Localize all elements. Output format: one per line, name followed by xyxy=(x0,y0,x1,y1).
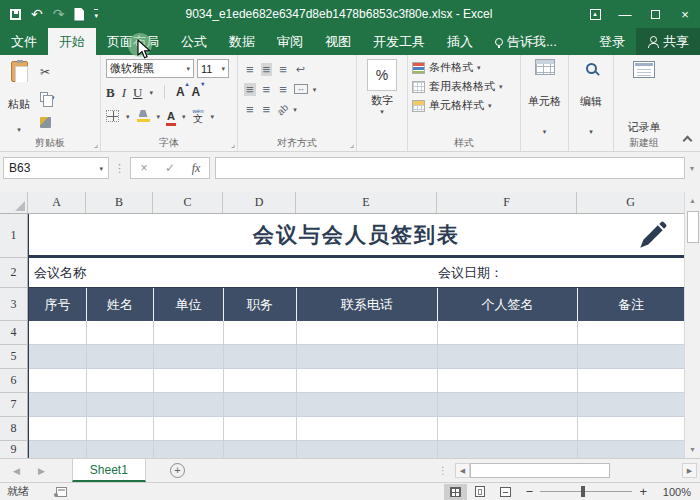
header-cell-unit[interactable]: 单位 xyxy=(154,288,224,321)
zoom-in-button[interactable]: + xyxy=(632,485,654,498)
column-header-f[interactable]: F xyxy=(437,192,577,213)
select-all-button[interactable] xyxy=(0,192,28,213)
table-cell[interactable] xyxy=(87,321,154,344)
minimize-button[interactable]: — xyxy=(610,0,640,28)
insert-function-button[interactable]: fx xyxy=(183,161,209,176)
column-header-a[interactable]: A xyxy=(28,192,86,213)
zoom-slider[interactable] xyxy=(540,491,632,492)
dialog-launcher-icon[interactable]: ⌟ xyxy=(94,140,98,149)
shrink-font-button[interactable]: A▾ xyxy=(192,85,201,99)
tab-insert[interactable]: 插入 xyxy=(436,28,484,55)
hscroll-right-button[interactable]: ▶ xyxy=(682,463,697,478)
table-cell[interactable] xyxy=(87,345,154,368)
scroll-down-button[interactable]: ▼ xyxy=(685,441,700,458)
paste-button[interactable]: 粘贴 ▾ xyxy=(6,59,32,135)
wrap-text-button[interactable]: ↩ xyxy=(294,64,307,75)
borders-icon[interactable] xyxy=(106,110,119,122)
table-cell[interactable] xyxy=(297,369,438,392)
row-header-3[interactable]: 3 xyxy=(0,288,28,321)
tab-data[interactable]: 数据 xyxy=(218,28,266,55)
tab-formulas[interactable]: 公式 xyxy=(170,28,218,55)
sign-in-button[interactable]: 登录 xyxy=(588,28,636,55)
vertical-scrollbar[interactable]: ▲ ▼ xyxy=(684,192,700,458)
row-header-1[interactable]: 1 xyxy=(0,214,28,258)
table-cell[interactable] xyxy=(154,369,224,392)
merge-center-button[interactable]: ↔ xyxy=(294,84,308,94)
table-cell[interactable] xyxy=(29,345,87,368)
table-cell[interactable] xyxy=(438,345,578,368)
table-cell[interactable] xyxy=(87,441,154,458)
table-cell[interactable] xyxy=(29,369,87,392)
maximize-button[interactable] xyxy=(640,0,670,28)
conditional-formatting-button[interactable]: 条件格式▾ xyxy=(412,58,516,77)
table-cell[interactable] xyxy=(29,417,87,440)
table-cell[interactable] xyxy=(87,393,154,416)
format-painter-button[interactable] xyxy=(40,117,55,128)
header-cell-no[interactable]: 序号 xyxy=(29,288,87,321)
table-cell[interactable] xyxy=(438,321,578,344)
table-cell[interactable] xyxy=(297,393,438,416)
table-cell[interactable] xyxy=(297,441,438,458)
cells-button[interactable]: 单元格 ▾ xyxy=(521,55,568,151)
tab-home[interactable]: 开始 xyxy=(48,28,96,55)
table-cell[interactable] xyxy=(578,417,684,440)
chevron-down-icon[interactable]: ▾ xyxy=(182,113,186,120)
table-cell[interactable] xyxy=(224,417,297,440)
table-cell[interactable] xyxy=(578,441,684,458)
dialog-launcher-icon[interactable]: ⌟ xyxy=(231,140,235,149)
table-cell[interactable] xyxy=(87,369,154,392)
font-name-select[interactable]: 微软雅黑▾ xyxy=(106,59,194,78)
table-cell[interactable] xyxy=(29,393,87,416)
copy-button[interactable]: ▾ xyxy=(40,92,55,102)
number-format-button[interactable]: % 数字 ▾ xyxy=(357,55,407,131)
table-cell[interactable] xyxy=(154,441,224,458)
align-center-button[interactable]: ≡ xyxy=(261,83,273,96)
table-cell[interactable] xyxy=(297,321,438,344)
scroll-up-button[interactable]: ▲ xyxy=(685,192,700,209)
row-header-2[interactable]: 2 xyxy=(0,258,28,288)
increase-indent-button[interactable]: ≡ xyxy=(261,103,273,116)
name-box[interactable]: B63▾ xyxy=(3,157,109,179)
tab-page-layout[interactable]: 页面布局 xyxy=(96,28,170,55)
table-cell[interactable] xyxy=(578,345,684,368)
vertical-scroll-thumb[interactable] xyxy=(687,211,699,243)
add-sheet-button[interactable]: + xyxy=(170,463,185,478)
sheet-nav-right-icon[interactable]: ▶ xyxy=(38,466,45,476)
zoom-out-button[interactable]: − xyxy=(519,485,541,498)
tab-view[interactable]: 视图 xyxy=(314,28,362,55)
align-middle-button[interactable]: ≡ xyxy=(261,63,273,76)
tab-review[interactable]: 审阅 xyxy=(266,28,314,55)
record-macro-icon[interactable] xyxy=(56,487,67,497)
row-header-4[interactable]: 4 xyxy=(0,321,28,345)
table-cell[interactable] xyxy=(438,393,578,416)
fill-color-icon[interactable] xyxy=(137,110,150,122)
zoom-level[interactable]: 100% xyxy=(654,486,700,498)
table-cell[interactable] xyxy=(154,321,224,344)
table-cell[interactable] xyxy=(224,369,297,392)
align-top-button[interactable]: ≡ xyxy=(244,63,256,76)
new-document-icon[interactable] xyxy=(74,8,84,21)
table-cell[interactable] xyxy=(438,417,578,440)
zoom-slider-thumb[interactable] xyxy=(581,486,585,497)
bold-button[interactable]: B xyxy=(106,86,115,99)
splitter-icon[interactable]: ⋮ xyxy=(438,465,448,476)
orientation-button[interactable]: ab xyxy=(275,101,291,117)
column-header-b[interactable]: B xyxy=(86,192,153,213)
formula-input[interactable] xyxy=(215,157,685,179)
sheet-nav-left-icon[interactable]: ◀ xyxy=(13,466,20,476)
meeting-info-row[interactable]: 会议名称 会议日期： xyxy=(29,258,684,288)
redo-icon[interactable]: ↷ xyxy=(53,7,65,21)
normal-view-button[interactable] xyxy=(444,484,467,500)
header-cell-signature[interactable]: 个人签名 xyxy=(438,288,578,321)
collapse-ribbon-icon[interactable] xyxy=(683,135,691,143)
table-cell[interactable] xyxy=(224,321,297,344)
chevron-down-icon[interactable]: ▾ xyxy=(126,113,130,120)
table-cell[interactable] xyxy=(87,417,154,440)
column-header-c[interactable]: C xyxy=(153,192,223,213)
dialog-launcher-icon[interactable]: ⌟ xyxy=(350,140,354,149)
editing-button[interactable]: 编辑 ▾ xyxy=(569,55,613,151)
column-header-e[interactable]: E xyxy=(296,192,437,213)
font-color-icon[interactable]: A xyxy=(167,111,175,122)
resize-handle-icon[interactable]: ⋮ xyxy=(114,162,125,175)
undo-icon[interactable]: ↶ xyxy=(31,7,43,21)
